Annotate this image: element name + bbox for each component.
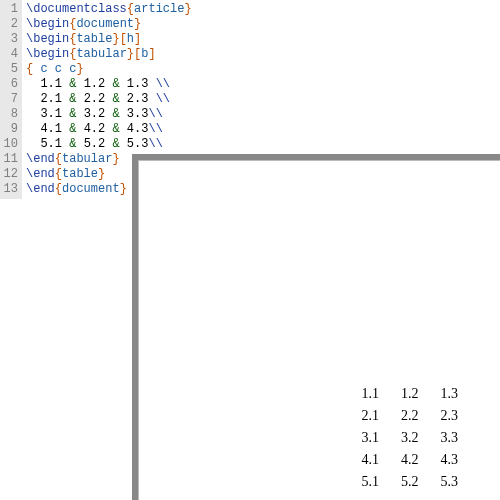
table-cell: 2.2 xyxy=(391,406,429,426)
table-cell: 3.3 xyxy=(431,428,469,448)
code-line[interactable]: \begin{tabular}[b] xyxy=(26,47,192,62)
line-number: 3 xyxy=(2,32,18,47)
line-number-gutter: 12345678910111213 xyxy=(0,0,22,199)
table-cell: 3.2 xyxy=(391,428,429,448)
table-cell: 2.1 xyxy=(352,406,390,426)
table-cell: 5.2 xyxy=(391,472,429,492)
line-number: 8 xyxy=(2,107,18,122)
table-cell: 4.3 xyxy=(431,450,469,470)
table-cell: 3.1 xyxy=(352,428,390,448)
line-number: 1 xyxy=(2,2,18,17)
table-cell: 5.1 xyxy=(352,472,390,492)
table-cell: 5.3 xyxy=(431,472,469,492)
line-number: 4 xyxy=(2,47,18,62)
table-cell: 2.3 xyxy=(431,406,469,426)
code-line[interactable]: 4.1 & 4.2 & 4.3\\ xyxy=(26,122,192,137)
line-number: 12 xyxy=(2,167,18,182)
code-line[interactable]: 5.1 & 5.2 & 5.3\\ xyxy=(26,137,192,152)
code-line[interactable]: \begin{table}[h] xyxy=(26,32,192,47)
code-line[interactable]: 3.1 & 3.2 & 3.3\\ xyxy=(26,107,192,122)
line-number: 7 xyxy=(2,92,18,107)
table-row: 4.14.24.3 xyxy=(352,450,469,470)
line-number: 5 xyxy=(2,62,18,77)
table-cell: 4.2 xyxy=(391,450,429,470)
table-row: 2.12.22.3 xyxy=(352,406,469,426)
line-number: 9 xyxy=(2,122,18,137)
line-number: 2 xyxy=(2,17,18,32)
table-cell: 1.2 xyxy=(391,384,429,404)
table-row: 5.15.25.3 xyxy=(352,472,469,492)
code-line[interactable]: \begin{document} xyxy=(26,17,192,32)
line-number: 13 xyxy=(2,182,18,197)
code-line[interactable]: { c c c} xyxy=(26,62,192,77)
code-line[interactable]: 2.1 & 2.2 & 2.3 \\ xyxy=(26,92,192,107)
table-row: 1.11.21.3 xyxy=(352,384,469,404)
table-cell: 4.1 xyxy=(352,450,390,470)
rendered-table: 1.11.21.32.12.22.33.13.23.34.14.24.35.15… xyxy=(350,382,471,494)
document-preview-pane: 1.11.21.32.12.22.33.13.23.34.14.24.35.15… xyxy=(132,154,500,500)
line-number: 6 xyxy=(2,77,18,92)
code-line[interactable]: 1.1 & 1.2 & 1.3 \\ xyxy=(26,77,192,92)
table-cell: 1.1 xyxy=(352,384,390,404)
line-number: 10 xyxy=(2,137,18,152)
code-line[interactable]: \documentclass{article} xyxy=(26,2,192,17)
line-number: 11 xyxy=(2,152,18,167)
table-row: 3.13.23.3 xyxy=(352,428,469,448)
table-cell: 1.3 xyxy=(431,384,469,404)
